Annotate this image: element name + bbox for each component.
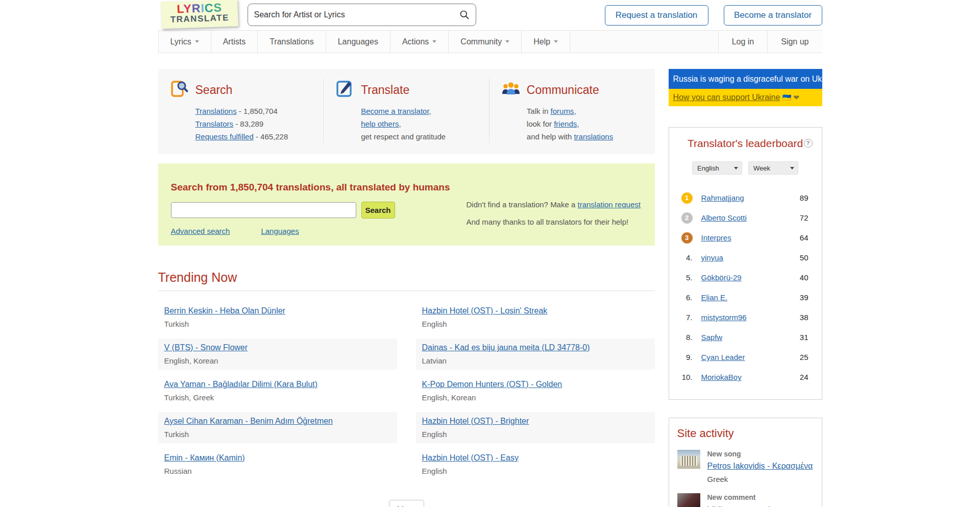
leaderboard-row: 5. Gökbörü-29 40 <box>677 268 814 287</box>
info-col-communicate: Communicate Talk in forums, look for fri… <box>489 79 655 143</box>
header-search-input[interactable] <box>254 10 459 19</box>
song-language: Turkish <box>164 320 391 328</box>
site-logo[interactable]: LYRICS TRANSLATE <box>161 0 238 29</box>
song-row: Dainas - Kad es biju jauna meita (LD 347… <box>416 339 655 370</box>
translator-link[interactable]: Interpres <box>701 233 731 242</box>
song-link[interactable]: V (BTS) - Snow Flower <box>164 343 248 352</box>
translators-link[interactable]: Translators <box>195 119 233 128</box>
trending-now-title: Trending Now <box>158 270 655 285</box>
search-icon[interactable] <box>459 10 470 20</box>
translation-search-input[interactable] <box>171 202 356 218</box>
thanks-text: And many thanks to all translators for t… <box>467 218 655 226</box>
requests-fulfilled-link[interactable]: Requests fulfilled <box>195 132 254 141</box>
request-translation-button[interactable]: Request a translation <box>605 5 708 26</box>
nav-item-translations[interactable]: Translations <box>258 31 326 53</box>
song-language: English <box>422 320 649 328</box>
translator-link[interactable]: Gökbörü-29 <box>701 273 742 282</box>
translation-request-link[interactable]: translation request <box>577 200 640 209</box>
translator-score: 24 <box>800 373 814 381</box>
translator-link[interactable]: MoriokaBoy <box>701 373 742 381</box>
more-button[interactable]: More <box>389 500 424 507</box>
song-link[interactable]: Hazbin Hotel (OST) - Losin' Streak <box>422 306 548 315</box>
info-title-search: Search <box>195 83 233 97</box>
song-language: Latvian <box>422 356 649 365</box>
rank-number: 10. <box>677 373 693 381</box>
song-link[interactable]: Emin - Камин (Kamin) <box>164 453 245 462</box>
activity-type: New comment <box>707 493 814 501</box>
help-translations-link[interactable]: translations <box>574 132 613 141</box>
rank-number: 5. <box>677 273 693 282</box>
info-title-communicate: Communicate <box>527 83 599 97</box>
activity-item: New song Petros Iakovidis - Κερασμένα Gr… <box>677 450 814 484</box>
info-col-search: Search Translations - 1,850,704 Translat… <box>158 79 324 143</box>
translator-link[interactable]: mistystorm96 <box>701 313 747 322</box>
song-row: Hazbin Hotel (OST) - Easy English <box>416 449 655 480</box>
translator-link[interactable]: Sapfw <box>701 333 723 342</box>
song-language: English <box>422 430 649 439</box>
nav-item-actions[interactable]: Actions <box>390 31 449 53</box>
song-row: Berrin Keskin - Heba Olan Dünler Turkish <box>158 302 397 333</box>
nav-item-lyrics[interactable]: Lyrics <box>158 31 211 53</box>
leaderboard-row: 6. Elian E. 39 <box>677 287 814 307</box>
help-others-link[interactable]: help others <box>361 119 399 128</box>
translator-link[interactable]: Elian E. <box>701 293 728 302</box>
leaderboard-panel: Translator's leaderboard ? English Week <box>669 127 822 400</box>
song-row: K-Pop Demon Hunters (OST) - Golden Engli… <box>416 375 655 406</box>
rank-number: 6. <box>677 293 693 302</box>
become-translator-button[interactable]: Become a translator <box>724 5 822 26</box>
translator-link[interactable]: Cyan Leader <box>701 353 745 361</box>
translation-search-panel: Search from 1,850,704 translations, all … <box>158 163 655 246</box>
translation-search-button[interactable]: Search <box>361 202 395 219</box>
support-ukraine-link[interactable]: How you can support Ukraine <box>673 93 780 102</box>
translator-score: 64 <box>800 233 814 242</box>
song-thumbnail[interactable] <box>677 450 700 469</box>
nav-item-help[interactable]: Help <box>522 31 570 53</box>
song-link[interactable]: Berrin Keskin - Heba Olan Dünler <box>164 306 285 315</box>
activity-song-link[interactable]: Petros Iakovidis - Κερασμένα <box>707 462 813 471</box>
song-language: Russian <box>164 467 391 475</box>
song-row: V (BTS) - Snow Flower English, Korean <box>158 339 397 370</box>
song-row: Hazbin Hotel (OST) - Brighter English <box>416 412 655 443</box>
song-row: Hazbin Hotel (OST) - Losin' Streak Engli… <box>416 302 655 333</box>
translations-link[interactable]: Translations <box>195 107 237 115</box>
leaderboard-period-select[interactable]: Week <box>748 161 798 175</box>
song-language: English, Korean <box>164 356 391 365</box>
rank-number: 4. <box>677 253 693 262</box>
song-row: Aysel Cihan Karaman - Benim Adım Öğretme… <box>158 412 397 443</box>
translator-score: 25 <box>800 353 814 361</box>
advanced-search-link[interactable]: Advanced search <box>171 227 230 235</box>
leaderboard-language-select[interactable]: English <box>692 161 742 175</box>
forums-link[interactable]: forums <box>551 107 574 115</box>
signup-link[interactable]: Sign up <box>767 31 822 53</box>
info-title-translate: Translate <box>361 83 409 97</box>
languages-link[interactable]: Languages <box>261 227 299 235</box>
login-link[interactable]: Log in <box>718 31 768 53</box>
ukraine-banner-support: How you can support Ukraine 🇺🇦 ❤ <box>669 89 822 106</box>
song-link[interactable]: Dainas - Kad es biju jauna meita (LD 347… <box>422 343 590 352</box>
friends-link[interactable]: friends <box>554 119 577 128</box>
translator-score: 72 <box>800 213 814 222</box>
translator-link[interactable]: Rahmatjjang <box>701 194 744 202</box>
translator-link[interactable]: yinyua <box>701 253 723 262</box>
song-link[interactable]: Ava Yaman - Bağladılar Dilimi (Kara Bulu… <box>164 380 318 389</box>
stat-requests: Requests fulfilled - 465,228 <box>195 130 318 143</box>
main-nav: Lyrics Artists Translations Languages Ac… <box>158 30 822 53</box>
rank-number: 9. <box>677 353 693 361</box>
nav-spacer <box>570 31 718 53</box>
comment-thumbnail[interactable] <box>677 493 700 507</box>
nav-item-artists[interactable]: Artists <box>211 31 258 53</box>
song-language: Turkish <box>164 430 391 439</box>
song-link[interactable]: Aysel Cihan Karaman - Benim Adım Öğretme… <box>164 417 333 425</box>
become-translator-link[interactable]: Become a translator <box>361 107 429 115</box>
translator-link[interactable]: Alberto Scotti <box>701 213 747 222</box>
site-activity-panel: Site activity New song Petros Iakovidis … <box>669 418 822 507</box>
leaderboard-row: 1 Rahmatjjang 89 <box>677 188 814 208</box>
rank-number: 7. <box>677 313 693 322</box>
nav-item-community[interactable]: Community <box>449 31 522 53</box>
stat-translations: Translations - 1,850,704 <box>195 105 318 117</box>
help-icon[interactable]: ? <box>804 139 813 148</box>
song-link[interactable]: Hazbin Hotel (OST) - Easy <box>422 453 519 462</box>
song-link[interactable]: Hazbin Hotel (OST) - Brighter <box>422 417 529 425</box>
nav-item-languages[interactable]: Languages <box>326 31 390 53</box>
song-link[interactable]: K-Pop Demon Hunters (OST) - Golden <box>422 380 562 389</box>
